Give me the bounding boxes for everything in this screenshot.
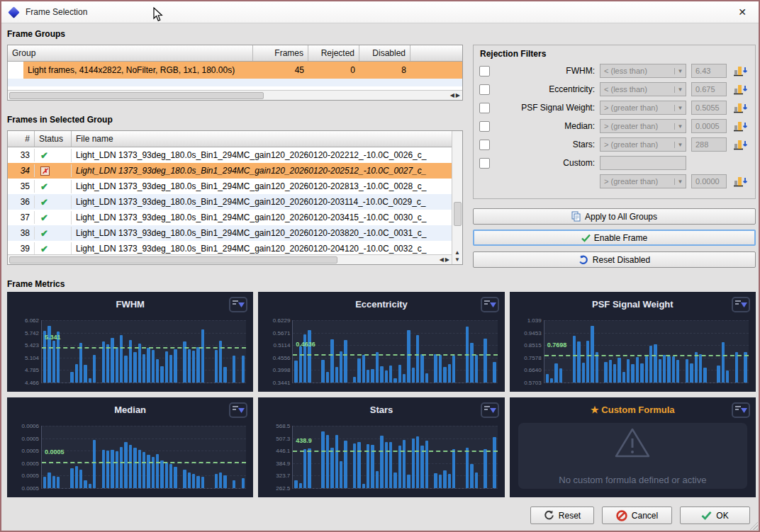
data-bar[interactable] [138,450,141,488]
column-header-filename[interactable]: File name [72,131,452,147]
data-bar[interactable] [667,356,670,383]
data-bar[interactable] [79,343,82,383]
data-bar[interactable] [434,354,437,383]
chart-filter-button[interactable] [481,402,499,418]
data-bar[interactable] [344,441,347,488]
column-header-group[interactable]: Group [8,45,253,61]
operator-dropdown[interactable]: < (less than)▼ [600,64,686,78]
data-bar[interactable] [326,372,329,383]
data-bar[interactable] [412,368,415,383]
data-bar[interactable] [165,463,168,488]
histogram-apply-icon[interactable] [733,175,749,188]
data-bar[interactable] [425,373,428,383]
data-bar[interactable] [636,357,639,383]
data-bar[interactable] [48,472,50,488]
data-bar[interactable] [443,367,446,383]
data-bar[interactable] [613,364,616,383]
data-bar[interactable] [448,474,451,488]
data-bar[interactable] [89,484,91,488]
filter-checkbox[interactable] [479,158,490,169]
data-bar[interactable] [717,366,720,383]
data-bar[interactable] [604,362,607,383]
data-bar[interactable] [416,436,419,488]
data-bar[interactable] [690,363,693,383]
operator-dropdown[interactable]: > (greater than)▼ [600,101,686,115]
data-bar[interactable] [546,374,549,383]
data-bar[interactable] [242,478,245,488]
data-bar[interactable] [133,448,136,488]
data-bar[interactable] [726,370,729,383]
data-bar[interactable] [129,445,132,488]
custom-formula-field[interactable] [600,156,686,170]
data-bar[interactable] [596,352,598,383]
filter-value-field[interactable]: 6.43 [691,64,727,78]
data-bar[interactable] [649,346,652,383]
data-bar[interactable] [744,352,747,383]
data-bar[interactable] [192,474,195,488]
data-bar[interactable] [582,363,585,383]
data-bar[interactable] [308,330,311,383]
column-header-disabled[interactable]: Disabled [359,45,410,61]
data-bar[interactable] [142,354,145,383]
data-bar[interactable] [403,374,406,383]
data-bar[interactable] [183,470,186,488]
data-bar[interactable] [303,449,306,488]
data-bar[interactable] [192,351,195,383]
filter-value-field[interactable]: 0.5055 [691,101,727,115]
data-bar[interactable] [493,362,496,383]
operator-dropdown[interactable]: < (less than)▼ [600,82,686,96]
data-bar[interactable] [294,480,297,488]
table-row[interactable]: 33✔Light_LDN 1373_93deg_180.0s_Bin1_294M… [8,147,452,163]
data-bar[interactable] [407,475,410,488]
data-bar[interactable] [43,477,46,488]
data-bar[interactable] [188,349,191,383]
data-bar[interactable] [156,454,159,488]
filter-value-field[interactable]: 0.0000 [691,174,727,188]
data-bar[interactable] [120,335,123,383]
reset-button[interactable]: Reset [530,506,594,524]
data-bar[interactable] [380,366,383,383]
data-bar[interactable] [84,365,86,383]
data-bar[interactable] [242,356,245,383]
data-bar[interactable] [321,431,324,488]
data-bar[interactable] [412,438,415,488]
data-bar[interactable] [160,366,163,383]
data-bar[interactable] [577,341,580,383]
operator-dropdown[interactable]: > (greater than)▼ [600,137,686,152]
scroll-right-icon[interactable]: ▶ [456,92,460,98]
data-bar[interactable] [573,336,576,383]
data-bar[interactable] [380,436,383,488]
data-bar[interactable] [93,355,96,383]
scroll-right-icon[interactable]: ▶ [445,256,449,263]
data-bar[interactable] [294,361,297,383]
data-bar[interactable] [340,461,342,488]
data-bar[interactable] [299,346,302,383]
ok-button[interactable]: OK [680,506,750,524]
close-icon[interactable]: ✕ [733,6,751,18]
data-bar[interactable] [407,330,410,383]
data-bar[interactable] [111,450,113,488]
resize-grip[interactable] [749,521,758,530]
data-bar[interactable] [326,435,329,488]
reset-disabled-button[interactable]: Reset Disabled [473,251,756,268]
filter-value-field[interactable]: 0.0005 [691,119,727,133]
data-bar[interactable] [389,366,392,383]
data-bar[interactable] [393,378,396,383]
chart-filter-button[interactable] [732,402,750,418]
filter-checkbox[interactable] [479,66,490,77]
column-header-num[interactable]: # [8,131,35,147]
data-bar[interactable] [299,483,302,488]
data-bar[interactable] [223,475,226,488]
data-bar[interactable] [475,472,478,488]
table-row[interactable]: 36✔Light_LDN 1373_93deg_180.0s_Bin1_294M… [8,194,452,210]
data-bar[interactable] [362,355,365,383]
enable-frame-button[interactable]: Enable Frame [473,230,756,246]
data-bar[interactable] [52,476,55,488]
data-bar[interactable] [416,335,419,383]
column-header-rejected[interactable]: Rejected [308,45,359,61]
data-bar[interactable] [703,368,706,383]
data-bar[interactable] [385,370,388,383]
column-header-status[interactable]: Status [35,131,72,147]
data-bar[interactable] [654,344,656,383]
data-bar[interactable] [196,347,199,383]
